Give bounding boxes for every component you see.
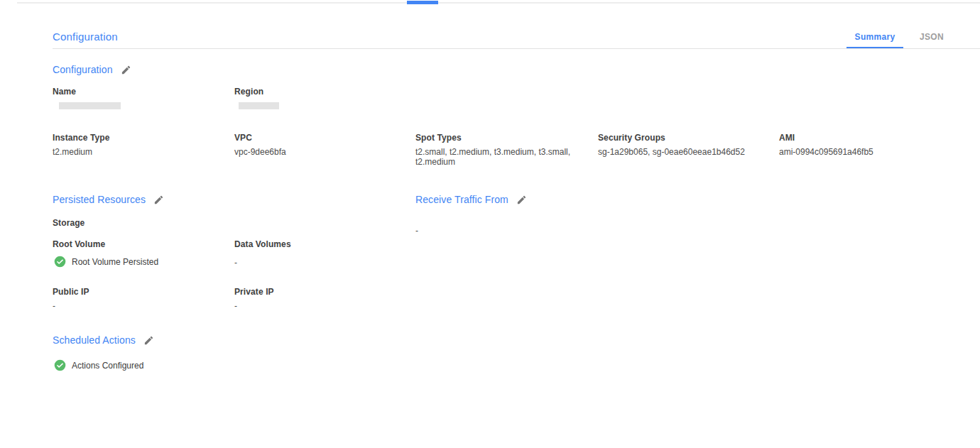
configuration-summary-page: Configuration Summary JSON Configuration… <box>0 0 980 448</box>
receive-traffic-title: Receive Traffic From <box>415 194 508 205</box>
data-volumes-label: Data Volumes <box>234 239 291 249</box>
spot-types-value: t2.small, t2.medium, t3.medium, t3.small… <box>415 147 579 167</box>
receive-traffic-value: - <box>415 226 418 236</box>
tab-summary[interactable]: Summary <box>846 32 903 46</box>
check-circle-icon <box>54 256 66 268</box>
scheduled-actions-title: Scheduled Actions <box>53 334 136 346</box>
instance-type-value: t2.medium <box>53 147 223 157</box>
vpc-label: VPC <box>234 133 405 143</box>
field-ami: AMI ami-0994c095691a46fb5 <box>779 133 949 157</box>
persisted-resources-title: Persisted Resources <box>53 194 146 205</box>
ami-value: ami-0994c095691a46fb5 <box>779 147 949 157</box>
private-ip-label: Private IP <box>234 287 274 297</box>
storage-label: Storage <box>53 218 85 228</box>
root-volume-status-text: Root Volume Persisted <box>72 257 158 267</box>
check-circle-icon <box>54 359 66 371</box>
top-active-tab-indicator <box>407 1 438 4</box>
root-volume-label: Root Volume <box>53 239 105 249</box>
spot-types-label: Spot Types <box>415 133 579 143</box>
page-title: Configuration <box>53 31 118 43</box>
private-ip-value: - <box>234 301 237 311</box>
region-label: Region <box>234 87 405 97</box>
edit-pencil-icon[interactable] <box>516 195 527 205</box>
configuration-section-title: Configuration <box>53 64 113 75</box>
name-value-redacted <box>59 102 121 109</box>
vpc-value: vpc-9dee6bfa <box>234 147 405 157</box>
field-security-groups: Security Groups sg-1a29b065, sg-0eae60ee… <box>598 133 772 157</box>
header-divider <box>53 48 980 49</box>
name-label: Name <box>53 87 223 97</box>
field-name: Name <box>53 87 223 109</box>
field-vpc: VPC vpc-9dee6bfa <box>234 133 405 157</box>
field-region: Region <box>234 87 405 109</box>
edit-pencil-icon[interactable] <box>121 65 131 75</box>
security-groups-value: sg-1a29b065, sg-0eae60eeae1b46d52 <box>598 147 772 157</box>
configuration-section-heading: Configuration <box>53 64 131 75</box>
public-ip-value: - <box>53 301 55 311</box>
scheduled-actions-status-row: Actions Configured <box>54 359 143 371</box>
ami-label: AMI <box>779 133 949 143</box>
tab-json[interactable]: JSON <box>910 32 953 46</box>
field-spot-types: Spot Types t2.small, t2.medium, t3.mediu… <box>415 133 579 167</box>
public-ip-label: Public IP <box>53 287 89 297</box>
scheduled-actions-section-heading: Scheduled Actions <box>53 334 154 346</box>
scheduled-actions-status-text: Actions Configured <box>72 361 143 371</box>
receive-traffic-section-heading: Receive Traffic From <box>415 194 527 205</box>
root-volume-status-row: Root Volume Persisted <box>54 256 158 268</box>
data-volumes-value: - <box>234 258 237 268</box>
persisted-resources-section-heading: Persisted Resources <box>53 194 164 205</box>
security-groups-label: Security Groups <box>598 133 772 143</box>
edit-pencil-icon[interactable] <box>143 335 154 346</box>
edit-pencil-icon[interactable] <box>153 195 164 205</box>
region-value-redacted <box>239 102 279 109</box>
field-instance-type: Instance Type t2.medium <box>53 133 223 157</box>
instance-type-label: Instance Type <box>53 133 223 143</box>
top-tabbar-divider <box>17 2 980 4</box>
